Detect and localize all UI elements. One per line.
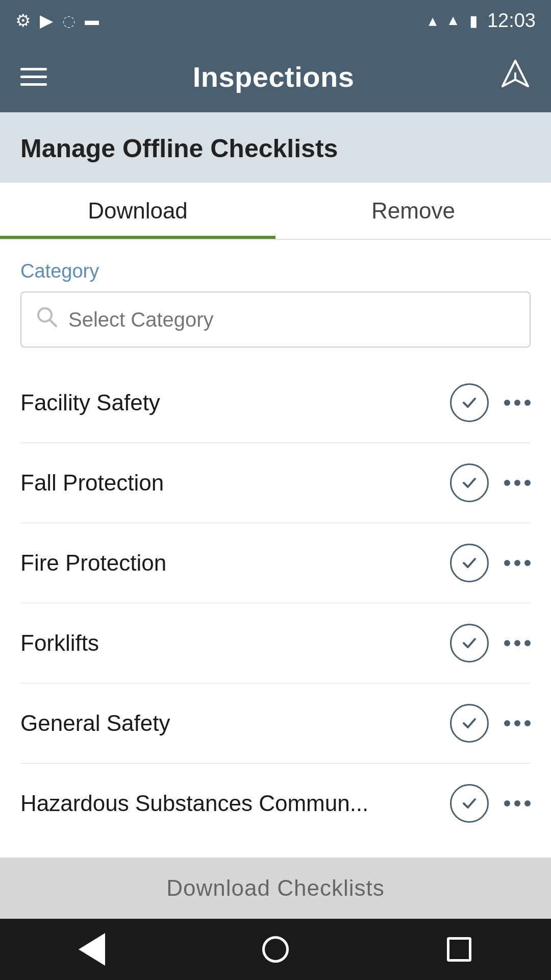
check-circle-icon[interactable] — [450, 463, 489, 502]
nav-home-button[interactable] — [255, 929, 296, 970]
shield-icon: ▶ — [40, 10, 53, 31]
list-item: Hazardous Substances Commun... — [20, 764, 531, 843]
svg-line-3 — [49, 320, 56, 326]
item-name: Hazardous Substances Commun... — [20, 791, 368, 816]
check-circle-icon[interactable] — [450, 544, 489, 582]
check-circle-icon[interactable] — [450, 704, 489, 743]
item-actions — [450, 544, 531, 582]
status-icons-left: ⚙ ▶ ◌ ▬ — [15, 10, 99, 31]
tab-download[interactable]: Download — [0, 183, 276, 239]
menu-button[interactable] — [20, 68, 47, 86]
list-item: Fire Protection — [20, 523, 531, 603]
status-icons-right: ▴ ▲ ▮ 12:03 — [429, 10, 536, 32]
item-actions — [450, 383, 531, 422]
download-checklists-button[interactable]: Download Checklists — [0, 857, 551, 919]
section-heading-text: Manage Offline Checklists — [20, 134, 338, 163]
item-name: Fall Protection — [20, 470, 164, 496]
item-actions — [450, 624, 531, 663]
more-options-button[interactable] — [504, 720, 531, 726]
app-header: Inspections — [0, 41, 551, 112]
more-options-button[interactable] — [504, 800, 531, 806]
tab-remove[interactable]: Remove — [276, 183, 551, 239]
content-area: Category Facility Safety — [0, 240, 551, 843]
home-icon — [262, 936, 289, 963]
settings-icon: ⚙ — [15, 10, 31, 31]
hamburger-line-2 — [20, 76, 47, 78]
sync-icon: ◌ — [62, 12, 76, 30]
nav-recents-button[interactable] — [439, 929, 480, 970]
time-display: 12:03 — [487, 10, 536, 32]
hamburger-line-1 — [20, 68, 47, 70]
checklist-list: Facility Safety Fall Protection — [20, 363, 531, 843]
category-search-input[interactable] — [68, 308, 515, 331]
more-options-button[interactable] — [504, 480, 531, 486]
nav-bar — [0, 919, 551, 980]
item-name: Facility Safety — [20, 390, 160, 415]
search-icon — [36, 306, 58, 333]
check-circle-icon[interactable] — [450, 624, 489, 663]
send-icon[interactable] — [500, 58, 531, 95]
list-item: Fall Protection — [20, 443, 531, 523]
sdcard-icon: ▬ — [85, 12, 99, 29]
check-circle-icon[interactable] — [450, 383, 489, 422]
hamburger-line-3 — [20, 83, 47, 86]
item-actions — [450, 463, 531, 502]
status-bar: ⚙ ▶ ◌ ▬ ▴ ▲ ▮ 12:03 — [0, 0, 551, 41]
more-options-button[interactable] — [504, 560, 531, 566]
battery-icon: ▮ — [469, 12, 478, 30]
nav-back-button[interactable] — [71, 929, 112, 970]
item-name: Fire Protection — [20, 550, 166, 576]
wifi-icon: ▴ — [429, 11, 437, 30]
list-item: Forklifts — [20, 603, 531, 683]
signal-icon: ▲ — [446, 12, 460, 29]
back-icon — [79, 933, 105, 966]
item-name: General Safety — [20, 710, 170, 736]
list-item: General Safety — [20, 683, 531, 764]
list-item: Facility Safety — [20, 363, 531, 443]
tabs-container: Download Remove — [0, 183, 551, 240]
category-search-box[interactable] — [20, 291, 531, 348]
section-heading: Manage Offline Checklists — [0, 112, 551, 183]
item-actions — [450, 784, 531, 823]
recents-icon — [447, 937, 471, 962]
check-circle-icon[interactable] — [450, 784, 489, 823]
download-button-container: Download Checklists — [0, 857, 551, 919]
item-actions — [450, 704, 531, 743]
more-options-button[interactable] — [504, 640, 531, 646]
more-options-button[interactable] — [504, 400, 531, 406]
item-name: Forklifts — [20, 630, 99, 656]
page-title: Inspections — [193, 60, 355, 93]
category-label: Category — [20, 260, 531, 282]
